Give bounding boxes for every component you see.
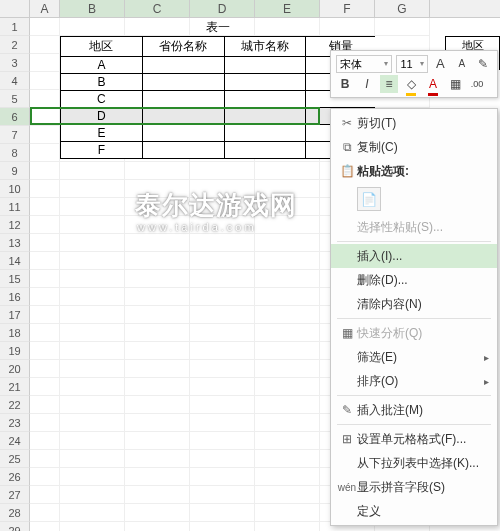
cell[interactable] — [60, 522, 125, 531]
cell[interactable] — [30, 486, 60, 504]
cell[interactable] — [30, 162, 60, 180]
col-header-A[interactable]: A — [30, 0, 60, 17]
cell[interactable] — [125, 324, 190, 342]
decimal-button[interactable]: .00 — [468, 75, 486, 93]
row-header-21[interactable]: 21 — [0, 378, 30, 396]
cell[interactable] — [190, 378, 255, 396]
menu-format-cells[interactable]: ⊞ 设置单元格格式(F)... — [331, 427, 497, 451]
cell[interactable] — [30, 468, 60, 486]
cell[interactable] — [60, 378, 125, 396]
cell[interactable] — [255, 252, 320, 270]
cell[interactable] — [125, 432, 190, 450]
cell[interactable] — [60, 270, 125, 288]
row-header-15[interactable]: 15 — [0, 270, 30, 288]
row-header-8[interactable]: 8 — [0, 144, 30, 162]
cell[interactable] — [30, 144, 60, 162]
cell[interactable] — [60, 360, 125, 378]
col-header-G[interactable]: G — [375, 0, 430, 17]
cell[interactable] — [190, 414, 255, 432]
cell[interactable] — [255, 432, 320, 450]
cell[interactable] — [125, 288, 190, 306]
cell[interactable] — [190, 324, 255, 342]
cell[interactable] — [60, 396, 125, 414]
cell[interactable] — [60, 324, 125, 342]
cell[interactable] — [125, 360, 190, 378]
cell-region-F[interactable]: F — [61, 142, 143, 159]
cell-region-C[interactable]: C — [61, 91, 143, 108]
row-header-3[interactable]: 3 — [0, 54, 30, 72]
border-button[interactable]: ▦ — [446, 75, 464, 93]
col-header-F[interactable]: F — [320, 0, 375, 17]
cell[interactable] — [30, 270, 60, 288]
cell[interactable] — [125, 180, 190, 198]
row-header-5[interactable]: 5 — [0, 90, 30, 108]
row-header-25[interactable]: 25 — [0, 450, 30, 468]
th-region[interactable]: 地区 — [61, 37, 143, 57]
select-all-corner[interactable] — [0, 0, 30, 17]
cell[interactable] — [125, 504, 190, 522]
cell[interactable] — [255, 360, 320, 378]
cell[interactable] — [190, 306, 255, 324]
cell[interactable] — [30, 504, 60, 522]
cell[interactable] — [125, 342, 190, 360]
cell[interactable] — [60, 216, 125, 234]
menu-clear[interactable]: 清除内容(N) — [331, 292, 497, 316]
cell[interactable] — [190, 396, 255, 414]
row-header-18[interactable]: 18 — [0, 324, 30, 342]
cell[interactable] — [60, 468, 125, 486]
row-header-28[interactable]: 28 — [0, 504, 30, 522]
format-painter-icon[interactable]: ✎ — [475, 55, 492, 73]
cell[interactable] — [190, 342, 255, 360]
cell[interactable] — [190, 360, 255, 378]
row-header-13[interactable]: 13 — [0, 234, 30, 252]
row-header-29[interactable]: 29 — [0, 522, 30, 531]
cell[interactable] — [30, 198, 60, 216]
cell[interactable] — [255, 342, 320, 360]
row-header-23[interactable]: 23 — [0, 414, 30, 432]
italic-button[interactable]: I — [358, 75, 376, 93]
cell[interactable] — [60, 342, 125, 360]
col-header-B[interactable]: B — [60, 0, 125, 17]
cell[interactable] — [125, 486, 190, 504]
row-header-26[interactable]: 26 — [0, 468, 30, 486]
cell[interactable] — [255, 414, 320, 432]
paste-option-default[interactable]: 📄 — [331, 183, 497, 215]
cell[interactable] — [30, 252, 60, 270]
font-family-select[interactable]: 宋体▾ — [336, 55, 392, 73]
menu-delete[interactable]: 删除(D)... — [331, 268, 497, 292]
col-header-C[interactable]: C — [125, 0, 190, 17]
cell[interactable] — [30, 216, 60, 234]
menu-cut[interactable]: ✂ 剪切(T) — [331, 111, 497, 135]
cell[interactable] — [125, 306, 190, 324]
row-header-7[interactable]: 7 — [0, 126, 30, 144]
cell[interactable] — [255, 468, 320, 486]
fill-color-button[interactable]: ◇ — [402, 75, 420, 93]
cell[interactable] — [30, 360, 60, 378]
row-header-11[interactable]: 11 — [0, 198, 30, 216]
bold-button[interactable]: B — [336, 75, 354, 93]
cell[interactable] — [125, 216, 190, 234]
cell[interactable] — [30, 126, 60, 144]
cell[interactable] — [30, 306, 60, 324]
row-header-22[interactable]: 22 — [0, 396, 30, 414]
cell[interactable] — [190, 288, 255, 306]
col-header-E[interactable]: E — [255, 0, 320, 17]
cell[interactable] — [255, 450, 320, 468]
row-header-24[interactable]: 24 — [0, 432, 30, 450]
cell[interactable] — [60, 234, 125, 252]
cell[interactable] — [190, 522, 255, 531]
cell[interactable] — [60, 486, 125, 504]
menu-pick-from-list[interactable]: 从下拉列表中选择(K)... — [331, 451, 497, 475]
cell[interactable] — [255, 234, 320, 252]
cell[interactable] — [30, 90, 60, 108]
row-header-9[interactable]: 9 — [0, 162, 30, 180]
cell[interactable] — [60, 198, 125, 216]
cell[interactable] — [125, 234, 190, 252]
row-header-19[interactable]: 19 — [0, 342, 30, 360]
cell[interactable] — [255, 162, 320, 180]
font-size-select[interactable]: 11▾ — [396, 55, 427, 73]
cell-region-B[interactable]: B — [61, 74, 143, 91]
row-header-20[interactable]: 20 — [0, 360, 30, 378]
cell[interactable] — [255, 288, 320, 306]
menu-insert-comment[interactable]: ✎ 插入批注(M) — [331, 398, 497, 422]
